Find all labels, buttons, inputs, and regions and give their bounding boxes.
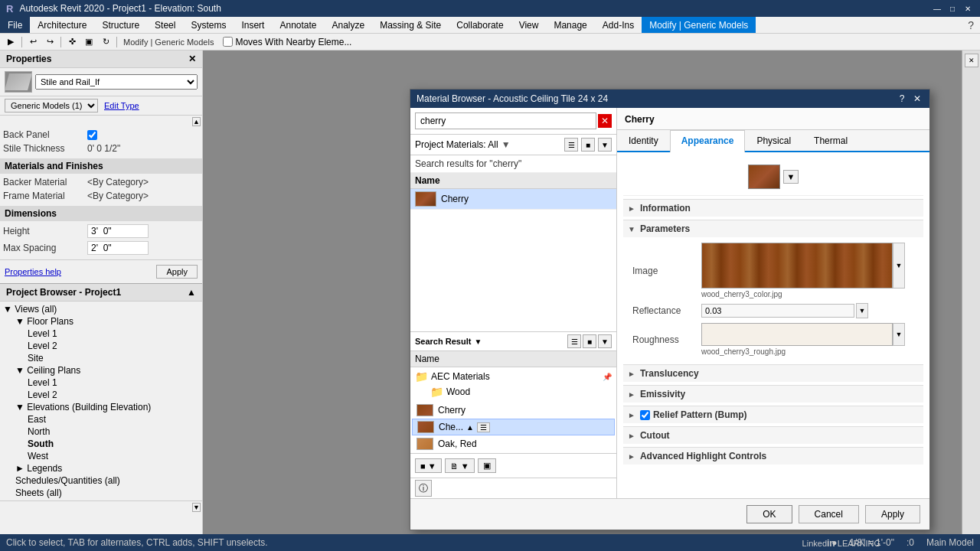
tree-elevations[interactable]: ▼ Elevations (Building Elevation)	[3, 401, 199, 413]
menu-massing[interactable]: Massing & Site	[372, 17, 449, 33]
tree-level1-ceiling[interactable]: Level 1	[3, 377, 199, 389]
select-button[interactable]: ▶	[3, 35, 18, 49]
translucency-header[interactable]: ► Translucency	[623, 365, 923, 382]
tab-appearance[interactable]: Appearance	[670, 130, 746, 152]
emissivity-header[interactable]: ► Emissivity	[623, 386, 923, 403]
back-panel-checkbox[interactable]	[87, 130, 97, 140]
dialog-close-btn[interactable]: ✕	[911, 93, 923, 105]
preview-options-button[interactable]: ▼	[783, 170, 799, 184]
scroll-down-button[interactable]: ▼	[192, 503, 201, 512]
moves-checkbox[interactable]	[223, 37, 233, 47]
wood-node[interactable]: 📁 Wood	[427, 384, 615, 399]
frame-material-value[interactable]: <By Category>	[87, 191, 199, 201]
aec-pin-icon[interactable]: 📌	[603, 373, 612, 381]
aec-materials-node[interactable]: 📁 AEC Materials 📌	[412, 369, 615, 384]
minimize-button[interactable]: —	[931, 2, 943, 15]
information-header[interactable]: ► Information	[623, 200, 923, 217]
add-material-button[interactable]: ■ ▼	[415, 458, 442, 473]
menu-systems[interactable]: Systems	[183, 17, 234, 33]
scroll-up-button[interactable]: ▲	[192, 117, 201, 126]
tree-site[interactable]: Site	[3, 352, 199, 364]
image-dropdown-button[interactable]: ▼	[893, 243, 905, 289]
tree-views-all[interactable]: ▼ Views (all)	[3, 303, 199, 315]
move-button[interactable]: ✜	[64, 35, 80, 49]
cherry-variant-row[interactable]: Che... ▲ ☰	[412, 419, 615, 435]
undo-button[interactable]: ↩	[25, 35, 41, 49]
menu-analyze[interactable]: Analyze	[325, 17, 373, 33]
result-list-btn[interactable]: ☰	[567, 334, 581, 348]
result-dropdown-icon[interactable]: ▼	[474, 337, 482, 346]
instance-count-select[interactable]: Generic Models (1)	[5, 99, 98, 112]
menu-annotate[interactable]: Annotate	[272, 17, 324, 33]
properties-help-link[interactable]: Properties help	[5, 267, 61, 276]
search-clear-button[interactable]: ✕	[598, 114, 612, 128]
menu-collaborate[interactable]: Collaborate	[449, 17, 511, 33]
rotate-button[interactable]: ↻	[98, 35, 113, 49]
tree-legends[interactable]: ► Legends	[3, 462, 199, 474]
cherry-swatch-row[interactable]: Cherry	[412, 403, 615, 418]
copy-button[interactable]: ▣	[81, 35, 96, 49]
type-selector[interactable]: Stile and Rail_If	[35, 74, 198, 90]
menu-file[interactable]: File	[0, 17, 30, 33]
dialog-help-btn[interactable]: ?	[896, 93, 908, 105]
panel-close-btn[interactable]: ✕	[965, 54, 978, 67]
advanced-highlight-header[interactable]: ► Advanced Highlight Controls	[623, 448, 923, 465]
cutout-header[interactable]: ► Cutout	[623, 427, 923, 444]
tree-north[interactable]: North	[3, 425, 199, 438]
height-input[interactable]	[87, 224, 149, 238]
tree-floor-plans[interactable]: ▼ Floor Plans	[3, 315, 199, 328]
oak-red-row[interactable]: Oak, Red	[412, 436, 615, 452]
tree-level1-floor[interactable]: Level 1	[3, 328, 199, 340]
roughness-dropdown-button[interactable]: ▼	[893, 323, 905, 346]
parameters-header[interactable]: ▼ Parameters	[623, 220, 923, 237]
max-spacing-input[interactable]	[87, 241, 149, 255]
duplicate-material-button[interactable]: 🗎 ▼	[445, 458, 475, 473]
edit-type-link[interactable]: Edit Type	[104, 101, 139, 110]
maximize-button[interactable]: □	[946, 2, 959, 15]
tab-thermal[interactable]: Thermal	[802, 130, 859, 151]
menu-insert[interactable]: Insert	[234, 17, 272, 33]
material-info-button[interactable]: ⓘ	[415, 480, 432, 497]
menu-addins[interactable]: Add-Ins	[595, 17, 642, 33]
filter-dropdown-icon[interactable]: ▼	[501, 139, 511, 150]
search-input[interactable]	[415, 112, 596, 129]
cherry-variant-btn[interactable]: ☰	[477, 422, 490, 432]
redo-button[interactable]: ↪	[42, 35, 57, 49]
menu-modify[interactable]: Modify | Generic Models	[642, 17, 756, 33]
help-button[interactable]: ?	[968, 19, 974, 31]
cherry-result-row[interactable]: Cherry	[410, 189, 616, 210]
tree-ceiling-plans[interactable]: ▼ Ceiling Plans	[3, 364, 199, 377]
tree-level2-floor[interactable]: Level 2	[3, 340, 199, 352]
result-grid-btn[interactable]: ■	[583, 334, 596, 348]
properties-close-icon[interactable]: ✕	[188, 54, 196, 64]
cancel-button[interactable]: Cancel	[799, 505, 859, 523]
tree-level2-ceiling[interactable]: Level 2	[3, 389, 199, 401]
menu-steel[interactable]: Steel	[147, 17, 183, 33]
apply-button[interactable]: Apply	[156, 265, 198, 279]
grid-view-button[interactable]: ■	[581, 138, 595, 152]
tab-physical[interactable]: Physical	[745, 130, 802, 151]
close-button[interactable]: ✕	[962, 2, 974, 15]
reflectance-dropdown-btn[interactable]: ▼	[856, 303, 868, 318]
tree-sheets[interactable]: Sheets (all)	[3, 487, 199, 499]
list-view-button[interactable]: ☰	[564, 138, 578, 152]
tree-south[interactable]: South	[3, 438, 199, 450]
tree-east[interactable]: East	[3, 413, 199, 425]
menu-view[interactable]: View	[511, 17, 547, 33]
relief-pattern-header[interactable]: ► Relief Pattern (Bump)	[623, 406, 923, 423]
menu-structure[interactable]: Structure	[94, 17, 147, 33]
ok-button[interactable]: OK	[746, 505, 792, 523]
relief-pattern-checkbox[interactable]	[640, 410, 650, 420]
tab-identity[interactable]: Identity	[617, 130, 670, 151]
dialog-apply-button[interactable]: Apply	[865, 505, 920, 523]
browser-close-icon[interactable]: ▲	[187, 287, 196, 298]
tree-west[interactable]: West	[3, 450, 199, 462]
filter-options-button[interactable]: ▼	[598, 138, 612, 152]
reflectance-input[interactable]	[701, 304, 854, 318]
tree-schedules[interactable]: Schedules/Quantities (all)	[3, 474, 199, 487]
purge-button[interactable]: ▣	[478, 458, 496, 473]
menu-architecture[interactable]: Architecture	[30, 17, 94, 33]
backer-material-value[interactable]: <By Category>	[87, 177, 199, 187]
menu-manage[interactable]: Manage	[546, 17, 594, 33]
result-options-btn[interactable]: ▼	[598, 334, 612, 348]
